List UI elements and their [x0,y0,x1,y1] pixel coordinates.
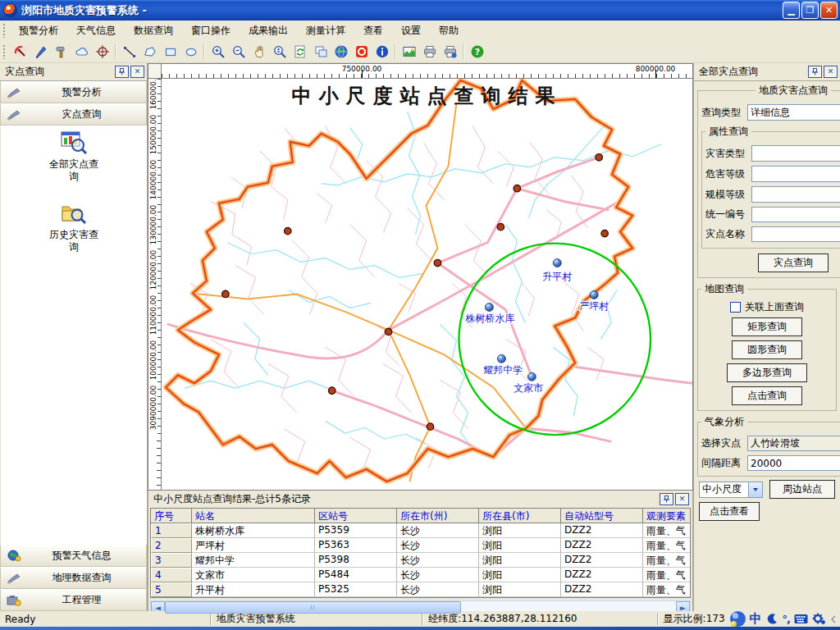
ime-keyboard-icon[interactable] [794,614,808,624]
accordion-disaster-query[interactable]: 灾点查询 [0,103,147,126]
scale-level-combo[interactable] [751,186,840,203]
distance-field[interactable] [747,455,840,471]
polygon-query-button[interactable]: 多边形查询 [727,363,807,382]
pan-tool-icon[interactable] [249,42,269,62]
column-header[interactable]: 自动站型号 [561,509,643,523]
cell-station-name: 文家市 [192,568,315,582]
table-row[interactable]: 4 文家市 P5484 长沙 浏阳 DZZ2 雨量、气 [151,568,690,582]
zoom-extent-icon[interactable] [269,42,290,62]
uid-field[interactable] [751,207,840,222]
stop-icon[interactable] [351,42,372,62]
column-header[interactable]: 站名 [192,509,315,523]
column-header[interactable]: 所在县(市) [479,509,561,523]
status-coordinates: 经纬度:114.263887,28.112160 [423,612,656,626]
disaster-type-combo[interactable] [751,145,840,162]
name-field[interactable] [751,226,840,242]
row-number: 5 [151,582,192,597]
help-icon[interactable]: ? [467,42,487,62]
zoom-out-icon[interactable] [228,42,249,62]
cell-station-name: 严坪村 [192,538,315,553]
print-setup-icon[interactable] [440,42,460,62]
history-disaster-query-item[interactable]: 历史灾害查询 [47,201,101,253]
query-type-combo[interactable]: 详细信息 [747,104,840,121]
brush-tool-icon[interactable] [30,42,51,62]
line-tool-icon[interactable] [119,42,139,62]
ime-settings-gear-icon[interactable] [812,613,826,625]
ruler-top: 750000.00 800000.00 [162,64,692,79]
close-button[interactable]: ✕ [820,2,838,19]
rectangle-tool-icon[interactable] [160,42,180,62]
table-row[interactable]: 3 耀邦中学 P5398 长沙 浏阳 DZZ2 雨量、气 [151,553,690,568]
grid-header-row: 序号 站名 区站号 所在市(州) 所在县(市) 自动站型号 观测要素 [151,509,690,523]
accordion-project-management[interactable]: 工程管理 [0,589,147,611]
menu-help[interactable]: 帮助 [430,21,468,41]
ime-collapse-chevron-icon[interactable] [830,615,837,623]
window-bottom-border [0,627,840,630]
pin-icon[interactable] [808,66,822,78]
column-header[interactable]: 区站号 [315,509,397,523]
column-header[interactable]: 观测要素 [643,509,691,523]
cell-station-name: 升平村 [192,582,315,597]
pin-icon[interactable] [660,493,673,505]
print-icon[interactable] [419,42,440,62]
restore-button[interactable]: ❐ [801,2,819,19]
column-header[interactable]: 序号 [151,509,192,523]
ime-logo-icon[interactable] [730,611,746,627]
accordion-warning-analysis[interactable]: 预警分析 [0,81,147,103]
close-icon[interactable]: ✕ [824,66,838,78]
menu-view[interactable]: 查看 [354,21,392,41]
accordion-weather-info[interactable]: 预警天气信息 [0,545,147,567]
menu-measure[interactable]: 测量计算 [297,21,354,41]
scale-select-combo[interactable]: 中小尺度 [699,482,763,498]
station-labels: 升平村 严坪村 株树桥水库 耀邦中学 文家市 [464,271,609,395]
click-query-button[interactable]: 点击查询 [732,386,802,405]
all-disaster-query-item[interactable]: 全部灾点查询 [47,130,101,183]
table-row[interactable]: 5 升平村 P5325 长沙 浏阳 DZZ2 雨量、气 [151,582,690,597]
column-header[interactable]: 所在市(州) [397,509,479,523]
menu-output[interactable]: 成果输出 [240,21,297,41]
ime-chinese-mode-icon[interactable]: 中 [750,611,762,627]
menubar-grip[interactable] [2,23,7,38]
menu-data-query[interactable]: 数据查询 [125,21,182,41]
click-view-button[interactable]: 点击查看 [699,502,760,521]
pin-icon[interactable] [115,66,129,78]
refresh-view-icon[interactable] [290,42,310,62]
table-row[interactable]: 2 严坪村 P5363 长沙 浏阳 DZZ2 雨量、气 [151,538,690,553]
chevron-down-icon[interactable] [748,482,762,497]
select-point-field[interactable] [747,436,840,451]
crosshair-tool-icon[interactable] [92,42,112,62]
disaster-query-button[interactable]: 灾点查询 [758,253,829,272]
minimize-button[interactable]: ▁ [783,2,800,19]
map-canvas[interactable]: 升平村 严坪村 株树桥水库 耀邦中学 文家市 中小尺度站点查询结果 [162,79,692,490]
hammer-tool-icon[interactable] [51,42,71,62]
globe-icon[interactable] [331,42,351,62]
copy-layers-icon[interactable] [310,42,331,62]
menu-weather-info[interactable]: 天气信息 [67,21,125,41]
close-icon[interactable]: ✕ [675,493,689,505]
ime-fullwidth-moon-icon[interactable] [766,613,778,625]
ellipse-tool-icon[interactable] [180,42,201,62]
table-row[interactable]: 1 株树桥水库 P5359 长沙 浏阳 DZZ2 雨量、气 [151,523,690,538]
cell-station-type: DZZ2 [561,538,643,553]
polygon-tool-icon[interactable] [139,42,160,62]
row-number: 2 [151,538,192,553]
hazard-level-combo[interactable] [751,166,840,182]
warning-analysis-icon[interactable] [10,42,30,62]
info-icon[interactable] [372,42,392,62]
accordion-geo-data-query[interactable]: 地理数据查询 [0,567,147,589]
scrollbar-thumb[interactable] [165,601,461,614]
menu-window-ops[interactable]: 窗口操作 [182,21,240,41]
ime-punctuation-icon[interactable]: °, [783,613,790,625]
nearby-stations-button[interactable]: 周边站点 [769,480,835,499]
zoom-in-icon[interactable] [208,42,228,62]
link-above-checkbox[interactable] [730,302,741,313]
close-icon[interactable]: ✕ [130,66,144,78]
menu-settings[interactable]: 设置 [392,21,430,41]
map-export-icon[interactable] [399,42,419,62]
toolbar-grip[interactable] [2,44,7,59]
rect-query-button[interactable]: 矩形查询 [732,317,802,336]
cloud-tool-icon[interactable] [71,42,92,62]
ruler-corner [148,64,162,79]
menu-warning-analysis[interactable]: 预警分析 [10,21,67,41]
circle-query-button[interactable]: 圆形查询 [732,340,802,359]
